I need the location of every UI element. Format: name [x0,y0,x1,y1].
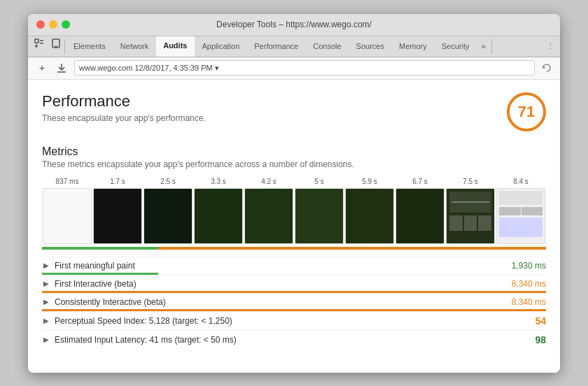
tab-memory[interactable]: Memory [392,36,435,57]
filmstrip-thumb-0 [43,188,92,244]
more-tabs-button[interactable]: » [477,36,489,57]
fi-value: 8,340 ms [512,279,546,289]
metric-row-fmp: ▶ First meaningful paint 1,930 ms [42,257,546,275]
filmstrip-item-3: 3.3 s [193,178,244,244]
download-button[interactable] [55,61,69,75]
metric-row-fi: ▶ First Interactive (beta) 8,340 ms [42,275,546,293]
fmp-value: 1,930 ms [512,261,546,271]
minimize-button[interactable] [49,20,57,29]
filmstrip-thumb-9 [496,188,545,244]
filmstrip-item-1: 1.7 s [92,178,143,244]
inspect-icon[interactable] [32,36,46,50]
tab-separator-2 [491,39,492,54]
filmstrip-thumb-2 [144,188,192,244]
filmstrip: 837 ms 1.7 s 2.5 s 3.3 s 4.2 s [42,178,546,244]
address-bar: + www.wego.com 12/8/2017, 4:35:39 PM ▾ [28,57,560,80]
browser-window: Developer Tools – https://www.wego.com/ … [28,14,560,373]
ci-label: Consistently Interactive (beta) [55,297,512,307]
reload-icon[interactable] [540,62,553,74]
address-input[interactable]: www.wego.com 12/8/2017, 4:35:39 PM ▾ [74,60,535,76]
metrics-subtitle: These metrics encapsulate your app's per… [42,159,546,169]
eil-score: 98 [535,334,546,345]
score-circle: 71 [507,92,546,131]
tab-network[interactable]: Network [113,36,156,57]
tab-audits[interactable]: Audits [156,36,195,57]
close-button[interactable] [36,20,45,29]
plus-button[interactable]: + [35,61,49,75]
page-subtitle: These encapsulate your app's performance… [42,113,206,123]
filmstrip-item-7: 6.7 s [395,178,445,244]
filmstrip-item-6: 5.9 s [344,178,395,244]
tab-bar: Elements Network Audits Application Perf… [28,36,560,57]
mobile-icon[interactable] [49,36,63,50]
metric-row-eil: ▶ Estimated Input Latency: 41 ms (target… [42,330,546,349]
metric-row-psi: ▶ Perceptual Speed Index: 5,128 (target:… [42,311,546,330]
page-title: Performance [42,92,206,110]
psi-score: 54 [535,315,546,327]
devtools-menu[interactable]: ⋮ [541,36,560,57]
filmstrip-item-2: 2.5 s [143,178,193,244]
metric-rows: ▶ First meaningful paint 1,930 ms ▶ Firs… [42,257,546,349]
tab-application[interactable]: Application [195,36,247,57]
filmstrip-thumb-3 [194,188,243,244]
expand-psi[interactable]: ▶ [42,317,50,325]
filmstrip-item-9: 8.4 s [496,178,546,244]
filmstrip-thumb-8 [446,188,495,244]
expand-fi[interactable]: ▶ [42,280,50,288]
performance-header: Performance These encapsulate your app's… [42,92,546,131]
svg-rect-0 [35,39,38,43]
maximize-button[interactable] [62,20,70,29]
tab-performance[interactable]: Performance [247,36,306,57]
ci-value: 8,340 ms [512,297,546,307]
metric-row-ci: ▶ Consistently Interactive (beta) 8,340 … [42,293,546,311]
timeline-bar [42,247,546,250]
expand-ci[interactable]: ▶ [42,298,50,306]
filmstrip-item-0: 837 ms [42,178,92,244]
tab-separator [64,39,65,54]
tab-security[interactable]: Security [435,36,477,57]
tab-console[interactable]: Console [306,36,349,57]
metrics-title: Metrics [42,145,546,158]
main-content: Performance These encapsulate your app's… [28,80,560,373]
tab-elements[interactable]: Elements [66,36,113,57]
window-title: Developer Tools – https://www.wego.com/ [216,20,372,29]
tab-sources[interactable]: Sources [349,36,392,57]
expand-eil[interactable]: ▶ [42,336,50,344]
expand-fmp[interactable]: ▶ [42,262,50,270]
filmstrip-thumb-1 [93,188,142,244]
filmstrip-thumb-6 [345,188,394,244]
title-bar: Developer Tools – https://www.wego.com/ [28,14,560,36]
filmstrip-item-5: 5 s [294,178,344,244]
filmstrip-thumb-7 [396,188,444,244]
filmstrip-thumb-5 [295,188,344,244]
traffic-lights [36,20,70,29]
filmstrip-item-8: 7.5 s [445,178,496,244]
fi-label: First Interactive (beta) [55,279,512,289]
timeline-orange [158,247,546,250]
filmstrip-thumb-4 [244,188,293,244]
psi-label: Perceptual Speed Index: 5,128 (target: <… [55,316,529,326]
fmp-label: First meaningful paint [55,261,512,271]
filmstrip-item-4: 4.2 s [244,178,294,244]
eil-label: Estimated Input Latency: 41 ms (target: … [55,335,529,345]
metrics-section: Metrics These metrics encapsulate your a… [42,145,546,349]
timeline-green [42,247,158,250]
performance-title-block: Performance These encapsulate your app's… [42,92,206,123]
